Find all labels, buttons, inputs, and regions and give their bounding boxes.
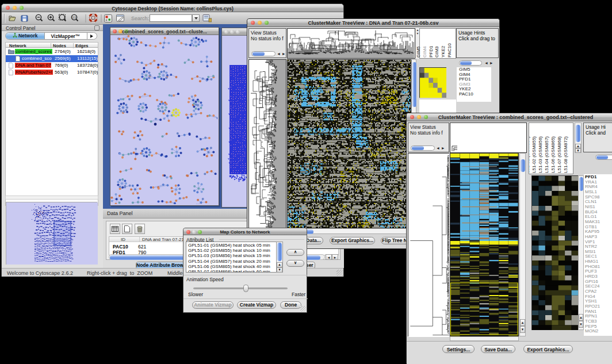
svg-text:1:1: 1:1: [72, 16, 76, 19]
